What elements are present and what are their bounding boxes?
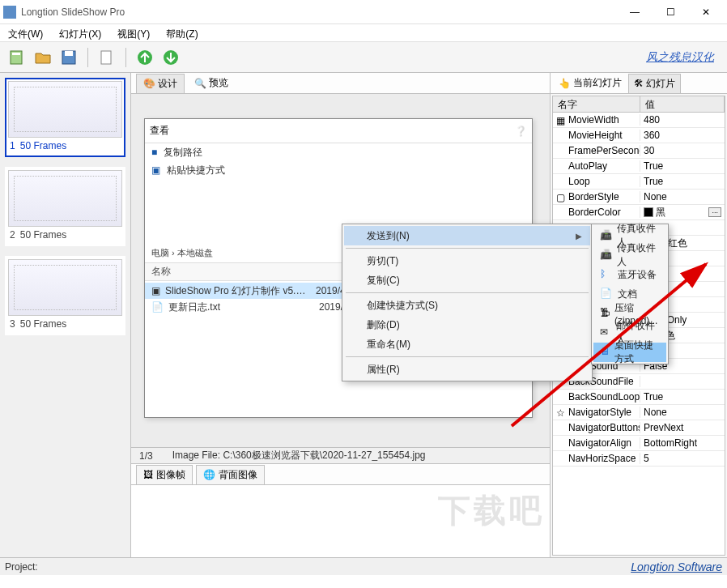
menu-file[interactable]: 文件(W) bbox=[5, 26, 46, 40]
prop-row-loop[interactable]: LoopTrue bbox=[553, 174, 725, 190]
center-panel: 🎨 设计 🔍 预览 查看 ❔ ■复制路径 ▣粘贴快捷方式 电脑 › 本地磁盘 名… bbox=[131, 73, 551, 557]
prop-name: NavigatorStyle bbox=[568, 407, 631, 418]
tab-preview[interactable]: 🔍 预览 bbox=[188, 74, 235, 92]
prop-value: PrevNext bbox=[644, 422, 683, 433]
prop-value: True bbox=[644, 391, 663, 403]
prop-row-bordercolor[interactable]: BorderColor黑··· bbox=[553, 205, 725, 220]
ctx-rename[interactable]: 重命名(M) bbox=[344, 334, 590, 354]
prop-name: BackSoundLoop bbox=[568, 391, 640, 403]
title-bar: Longtion SlideShow Pro — ☐ ✕ bbox=[0, 0, 727, 24]
help-icon[interactable]: ❔ bbox=[515, 126, 527, 137]
thumbnail-2[interactable]: 2 50 Frames bbox=[5, 167, 125, 246]
color-swatch bbox=[644, 207, 653, 217]
bottom-panel bbox=[131, 484, 550, 557]
tab-back-image[interactable]: 🌐 背面图像 bbox=[196, 465, 265, 484]
more-button[interactable]: ··· bbox=[708, 207, 721, 217]
svg-rect-4 bbox=[101, 51, 111, 64]
ctx-copy[interactable]: 复制(C) bbox=[344, 271, 590, 290]
context-menu: 发送到(N)▶ 剪切(T) 复制(C) 创建快捷方式(S) 删除(D) 重命名(… bbox=[342, 224, 593, 381]
chevron-right-icon: ▶ bbox=[576, 232, 582, 241]
paste-shortcut-label[interactable]: 粘贴快捷方式 bbox=[167, 164, 225, 177]
thumb-image-3 bbox=[8, 259, 122, 316]
prop-name: NavHorizSpace bbox=[568, 453, 636, 464]
prop-name: BorderColor bbox=[568, 207, 621, 218]
prop-row-backsoundloop[interactable]: BackSoundLoopTrue bbox=[553, 390, 725, 405]
minimize-button[interactable]: — bbox=[617, 1, 653, 23]
redo-button[interactable] bbox=[160, 47, 181, 68]
ctx-create-shortcut[interactable]: 创建快捷方式(S) bbox=[344, 296, 590, 315]
prop-value: None bbox=[644, 191, 667, 202]
close-button[interactable]: ✕ bbox=[688, 1, 724, 23]
page-button[interactable] bbox=[96, 47, 117, 68]
prop-name: FramePerSecond bbox=[568, 145, 640, 156]
watermark-link[interactable]: 风之残息汉化 bbox=[646, 50, 721, 65]
prop-row-navigatorstyle[interactable]: ☆NavigatorStyleNone bbox=[553, 405, 725, 420]
prop-row-framepersecond[interactable]: FramePerSecond30 bbox=[553, 143, 725, 159]
prop-value: 360 bbox=[644, 130, 660, 141]
ctx-cut[interactable]: 剪切(T) bbox=[344, 251, 590, 271]
box-icon: ▦ bbox=[556, 115, 566, 125]
hand-icon: 👆 bbox=[559, 78, 571, 89]
prop-name: MovieHeight bbox=[568, 130, 623, 141]
tab-image-frame[interactable]: 🖼 图像帧 bbox=[136, 465, 193, 484]
nav-icon: ☆ bbox=[556, 407, 566, 417]
thumb-label-3: 3 50 Frames bbox=[8, 316, 122, 332]
right-tabs: 👆 当前幻灯片 🛠 幻灯片 bbox=[551, 73, 727, 94]
thumbnail-3[interactable]: 3 50 Frames bbox=[5, 256, 125, 335]
ctx-delete[interactable]: 删除(D) bbox=[344, 315, 590, 334]
tab-current-slide[interactable]: 👆 当前幻灯片 bbox=[554, 74, 627, 92]
prop-value: True bbox=[644, 176, 663, 187]
prop-value: 5 bbox=[644, 453, 649, 464]
new-button[interactable] bbox=[6, 47, 28, 68]
prop-name: NavigatorAlign bbox=[568, 437, 631, 449]
palette-icon: 🎨 bbox=[143, 78, 155, 89]
border-icon: ▢ bbox=[556, 192, 566, 202]
ctx-sendto[interactable]: 发送到(N)▶ bbox=[344, 226, 590, 245]
status-line: 1/3 Image File: C:\360极速浏览器下载\2020-11-27… bbox=[131, 447, 550, 463]
image-path: Image File: C:\360极速浏览器下载\2020-11-27_155… bbox=[172, 449, 426, 462]
prop-row-movieheight[interactable]: MovieHeight360 bbox=[553, 128, 725, 143]
bluetooth-icon: ᛒ bbox=[600, 268, 613, 281]
open-button[interactable] bbox=[32, 47, 53, 68]
col-value[interactable]: 值 bbox=[640, 96, 725, 112]
prop-name: NavigatorButtons bbox=[568, 422, 640, 433]
tab-slideshow[interactable]: 🛠 幻灯片 bbox=[628, 74, 681, 93]
brand-link[interactable]: Longtion Software bbox=[631, 560, 722, 573]
prop-value: 30 bbox=[644, 145, 654, 156]
frame-icon: 🖼 bbox=[143, 469, 153, 480]
sendto-desktop-shortcut[interactable]: 🖥桌面快捷方式 bbox=[593, 343, 666, 362]
thumb-label-1: 1 50 Frames bbox=[8, 138, 122, 154]
svg-rect-3 bbox=[65, 51, 73, 56]
thumbnail-panel: 1 50 Frames 2 50 Frames 3 50 Frames bbox=[0, 73, 131, 557]
col-name[interactable]: 名字 bbox=[553, 96, 640, 112]
menu-slide[interactable]: 幻灯片(X) bbox=[56, 26, 104, 40]
thumb-image-2 bbox=[8, 170, 122, 227]
explorer-back-label[interactable]: 查看 bbox=[150, 124, 169, 138]
prop-row-navigatoralign[interactable]: NavigatorAlignBottomRight bbox=[553, 436, 725, 451]
thumbnail-1[interactable]: 1 50 Frames bbox=[5, 78, 125, 157]
sendto-fax-1[interactable]: 📠传真收件人 bbox=[593, 245, 666, 265]
prop-row-navhorizspace[interactable]: NavHorizSpace5 bbox=[553, 451, 725, 467]
maximize-button[interactable]: ☐ bbox=[653, 1, 688, 23]
fax-icon: 📠 bbox=[600, 229, 612, 242]
prop-row-moviewidth[interactable]: ▦MovieWidth480 bbox=[553, 113, 725, 128]
toolbar: 风之残息汉化 bbox=[0, 42, 727, 73]
copy-path-label[interactable]: 复制路径 bbox=[164, 146, 202, 160]
prop-value: None bbox=[644, 407, 667, 418]
tab-design[interactable]: 🎨 设计 bbox=[136, 74, 185, 93]
prop-row-autoplay[interactable]: AutoPlayTrue bbox=[553, 159, 725, 174]
prop-row-navigatorbuttons[interactable]: NavigatorButtonsPrevNext bbox=[553, 420, 725, 436]
prop-row-borderstyle[interactable]: ▢BorderStyleNone bbox=[553, 190, 725, 205]
ctx-properties[interactable]: 属性(R) bbox=[344, 360, 590, 379]
mail-icon: ✉ bbox=[600, 326, 611, 339]
sendto-bluetooth[interactable]: ᛒ蓝牙设备 bbox=[593, 265, 666, 284]
prop-value: 黑 bbox=[656, 206, 665, 219]
menu-help[interactable]: 帮助(Z) bbox=[163, 26, 201, 40]
project-label: Project: bbox=[5, 561, 38, 573]
save-button[interactable] bbox=[58, 47, 79, 68]
undo-button[interactable] bbox=[134, 47, 155, 68]
prop-value: BottomRight bbox=[644, 437, 697, 449]
menu-view[interactable]: 视图(Y) bbox=[114, 26, 153, 40]
prop-name: Loop bbox=[568, 176, 590, 187]
col-name[interactable]: 名称 bbox=[151, 265, 171, 279]
